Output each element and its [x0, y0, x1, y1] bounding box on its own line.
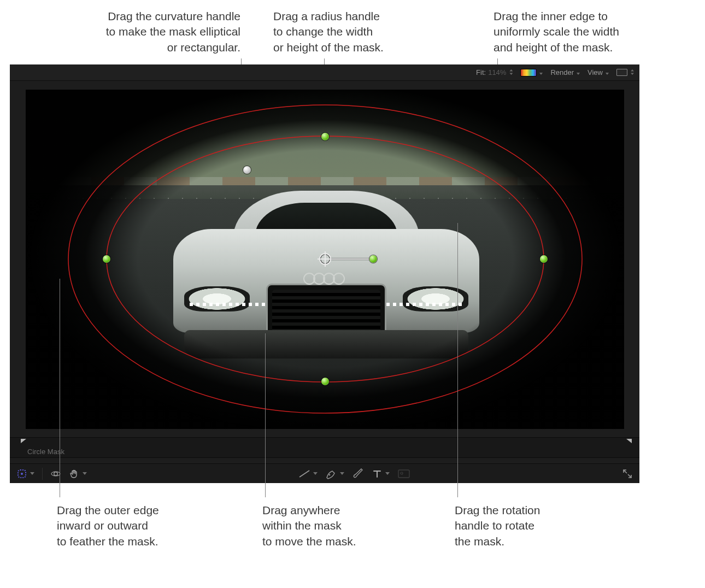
mask-rotation-arm[interactable] — [331, 258, 370, 260]
mask-tool-button[interactable] — [14, 467, 37, 481]
3d-rotate-button[interactable] — [48, 467, 63, 481]
in-point-marker[interactable] — [21, 439, 26, 443]
callout-outer-edge: Drag the outer edge inward or outward to… — [57, 503, 221, 549]
svg-point-6 — [401, 472, 403, 474]
leader-move — [265, 333, 266, 497]
hand-icon — [69, 468, 80, 479]
pen-icon — [325, 468, 337, 479]
view-menu[interactable]: View — [588, 68, 609, 77]
media-icon — [397, 469, 410, 479]
view-layout-icon — [616, 69, 627, 76]
render-label: Render — [550, 68, 574, 77]
canvas-top-toolbar: Fit: 114% Render View — [10, 64, 639, 81]
fit-value: 114% — [488, 68, 506, 77]
svg-point-2 — [54, 472, 57, 475]
fit-label: Fit: — [476, 68, 486, 77]
canvas-bottom-toolbar — [10, 463, 639, 483]
layout-stepper-icon — [630, 68, 634, 77]
view-label: View — [588, 68, 603, 77]
brush-tool-button[interactable] — [350, 467, 366, 481]
fullscreen-button[interactable] — [620, 467, 635, 481]
mask-tool-icon — [16, 468, 27, 479]
mask-radius-handle-right[interactable] — [540, 255, 548, 263]
text-tool-button[interactable] — [369, 467, 392, 481]
callout-inner-edge: Drag the inner edge to uniformly scale t… — [494, 9, 701, 55]
media-tool-button[interactable] — [395, 467, 413, 481]
mask-radius-handle-bottom[interactable] — [321, 378, 329, 385]
pan-tool-button[interactable] — [67, 467, 89, 481]
zoom-stepper-icon — [508, 68, 513, 77]
callout-curvature: Drag the curvature handle to make the ma… — [60, 9, 240, 55]
canvas-panel: Fit: 114% Render View — [10, 64, 639, 483]
callout-radius: Drag a radius handle to change the width… — [273, 9, 454, 55]
line-tool-button[interactable] — [296, 467, 320, 481]
mask-name-label: Circle Mask — [27, 448, 64, 456]
svg-point-4 — [329, 474, 331, 475]
svg-rect-5 — [398, 470, 409, 478]
toolbar-separator — [42, 468, 43, 480]
line-icon — [298, 469, 310, 479]
chevron-down-icon — [576, 68, 580, 77]
color-channels-icon — [520, 69, 537, 77]
chevron-down-icon — [539, 68, 543, 77]
mask-center-handle[interactable] — [319, 253, 331, 265]
render-menu[interactable]: Render — [550, 68, 580, 77]
fit-zoom-control[interactable]: Fit: 114% — [476, 68, 513, 77]
canvas[interactable] — [26, 90, 624, 429]
fullscreen-icon — [622, 468, 633, 479]
brush-icon — [352, 468, 364, 479]
mask-rotation-handle[interactable] — [369, 255, 377, 263]
scene-car — [173, 191, 479, 360]
color-channel-picker[interactable] — [520, 68, 543, 77]
svg-point-1 — [21, 473, 23, 475]
mask-curvature-handle[interactable] — [243, 166, 251, 174]
mask-radius-handle-top[interactable] — [321, 133, 329, 140]
pen-tool-button[interactable] — [323, 467, 346, 481]
callout-move: Drag anywhere within the mask to move th… — [262, 503, 415, 549]
text-icon — [372, 468, 383, 479]
out-point-marker[interactable] — [626, 439, 632, 443]
leader-outer — [60, 279, 60, 497]
chevron-down-icon — [605, 68, 609, 77]
leader-rotate — [457, 223, 458, 497]
view-layout-picker[interactable] — [616, 68, 634, 77]
mask-radius-handle-left[interactable] — [103, 255, 110, 263]
callout-rotate: Drag the rotation handle to rotate the m… — [455, 503, 608, 549]
canvas-status-strip: Circle Mask — [10, 437, 639, 458]
